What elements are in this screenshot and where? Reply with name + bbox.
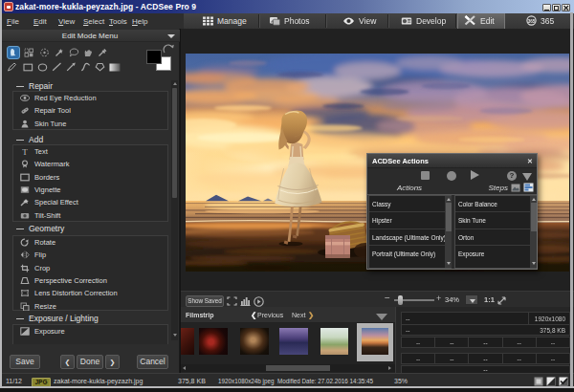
svg-text:T: T: [22, 147, 28, 156]
svg-text:365: 365: [528, 19, 536, 24]
